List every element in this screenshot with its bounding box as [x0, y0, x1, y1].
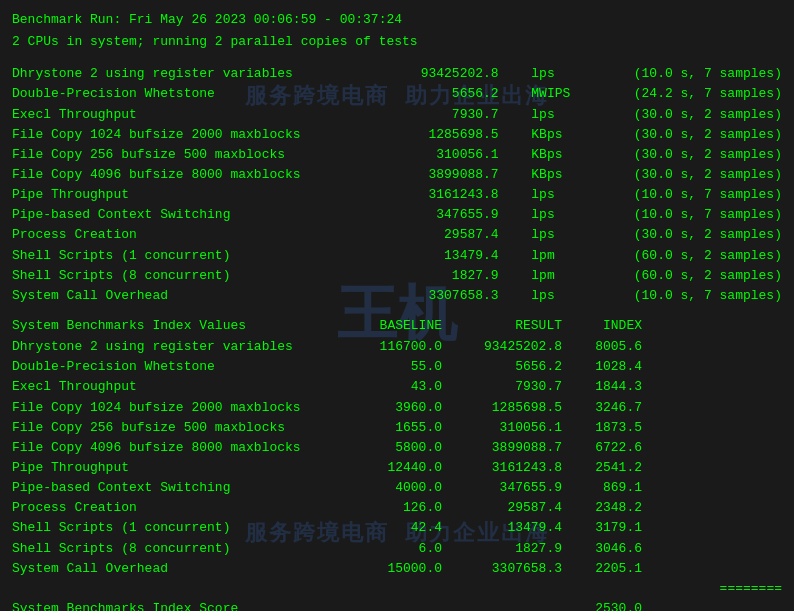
idx-row-name: Shell Scripts (1 concurrent) — [12, 518, 332, 538]
index-data-row: Pipe Throughput12440.03161243.82541.2 — [12, 458, 782, 478]
main-content: Benchmark Run: Fri May 26 2023 00:06:59 … — [12, 10, 782, 611]
idx-row-index: 3046.6 — [562, 539, 642, 559]
benchmark-row: Shell Scripts (1 concurrent)13479.4lpm(6… — [12, 246, 782, 266]
idx-row-name: Pipe-based Context Switching — [12, 478, 332, 498]
benchmark-row: System Call Overhead3307658.3lps(10.0 s,… — [12, 286, 782, 306]
benchmark-name: Shell Scripts (1 concurrent) — [12, 246, 332, 266]
idx-row-baseline: 42.4 — [332, 518, 442, 538]
benchmark-name: Double-Precision Whetstone — [12, 84, 332, 104]
index-section: System Benchmarks Index ValuesBASELINERE… — [12, 316, 782, 599]
index-header-title: System Benchmarks Index Values — [12, 316, 332, 336]
index-data-row: Dhrystone 2 using register variables1167… — [12, 337, 782, 357]
benchmark-row: Double-Precision Whetstone5656.2MWIPS(24… — [12, 84, 782, 104]
benchmark-unit: lps — [525, 185, 595, 205]
idx-row-index: 3246.7 — [562, 398, 642, 418]
benchmark-detail: (60.0 s, 2 samples) — [622, 246, 782, 266]
idx-row-result: 93425202.8 — [442, 337, 562, 357]
header-line-1: Benchmark Run: Fri May 26 2023 00:06:59 … — [12, 10, 782, 30]
benchmark-row: Dhrystone 2 using register variables9342… — [12, 64, 782, 84]
benchmarks-section: Dhrystone 2 using register variables9342… — [12, 64, 782, 306]
benchmark-value: 29587.4 — [359, 225, 499, 245]
benchmark-name: Pipe Throughput — [12, 185, 332, 205]
idx-row-name: Process Creation — [12, 498, 332, 518]
benchmark-name: Process Creation — [12, 225, 332, 245]
idx-row-name: File Copy 256 bufsize 500 maxblocks — [12, 418, 332, 438]
benchmark-unit: lps — [525, 205, 595, 225]
benchmark-row: File Copy 4096 bufsize 8000 maxblocks389… — [12, 165, 782, 185]
benchmark-unit: lpm — [525, 266, 595, 286]
idx-row-name: File Copy 1024 bufsize 2000 maxblocks — [12, 398, 332, 418]
benchmark-detail: (10.0 s, 7 samples) — [622, 286, 782, 306]
benchmark-detail: (30.0 s, 2 samples) — [622, 105, 782, 125]
benchmark-name: File Copy 1024 bufsize 2000 maxblocks — [12, 125, 332, 145]
idx-row-baseline: 1655.0 — [332, 418, 442, 438]
index-col-result: RESULT — [442, 316, 562, 336]
idx-row-name: Double-Precision Whetstone — [12, 357, 332, 377]
benchmark-value: 1827.9 — [359, 266, 499, 286]
benchmark-name: Pipe-based Context Switching — [12, 205, 332, 225]
benchmark-row: Pipe-based Context Switching347655.9lps(… — [12, 205, 782, 225]
header-line-2: 2 CPUs in system; running 2 parallel cop… — [12, 32, 782, 52]
idx-row-result: 310056.1 — [442, 418, 562, 438]
benchmark-detail: (60.0 s, 2 samples) — [622, 266, 782, 286]
benchmark-value: 1285698.5 — [359, 125, 499, 145]
benchmark-value: 310056.1 — [359, 145, 499, 165]
benchmark-detail: (30.0 s, 2 samples) — [622, 145, 782, 165]
benchmark-name: Shell Scripts (8 concurrent) — [12, 266, 332, 286]
benchmark-value: 7930.7 — [359, 105, 499, 125]
idx-row-baseline: 15000.0 — [332, 559, 442, 579]
score-row: System Benchmarks Index Score 2530.0 — [12, 599, 782, 611]
benchmark-value: 347655.9 — [359, 205, 499, 225]
benchmark-row: File Copy 256 bufsize 500 maxblocks31005… — [12, 145, 782, 165]
idx-row-baseline: 6.0 — [332, 539, 442, 559]
idx-row-result: 5656.2 — [442, 357, 562, 377]
idx-row-result: 1285698.5 — [442, 398, 562, 418]
idx-row-name: Pipe Throughput — [12, 458, 332, 478]
idx-row-index: 1028.4 — [562, 357, 642, 377]
idx-row-name: System Call Overhead — [12, 559, 332, 579]
benchmark-unit: lpm — [525, 246, 595, 266]
benchmark-detail: (30.0 s, 2 samples) — [622, 225, 782, 245]
idx-row-result: 1827.9 — [442, 539, 562, 559]
benchmark-unit: lps — [525, 225, 595, 245]
benchmark-unit: MWIPS — [525, 84, 595, 104]
benchmark-unit: lps — [525, 105, 595, 125]
benchmark-detail: (24.2 s, 7 samples) — [622, 84, 782, 104]
benchmark-detail: (30.0 s, 2 samples) — [622, 125, 782, 145]
idx-row-baseline: 126.0 — [332, 498, 442, 518]
benchmark-row: File Copy 1024 bufsize 2000 maxblocks128… — [12, 125, 782, 145]
index-data-row: File Copy 1024 bufsize 2000 maxblocks396… — [12, 398, 782, 418]
idx-row-result: 347655.9 — [442, 478, 562, 498]
benchmark-unit: KBps — [525, 145, 595, 165]
benchmark-value: 3161243.8 — [359, 185, 499, 205]
index-data-row: Execl Throughput43.07930.71844.3 — [12, 377, 782, 397]
benchmark-name: File Copy 4096 bufsize 8000 maxblocks — [12, 165, 332, 185]
benchmark-row: Pipe Throughput3161243.8lps(10.0 s, 7 sa… — [12, 185, 782, 205]
idx-row-index: 3179.1 — [562, 518, 642, 538]
idx-row-index: 2541.2 — [562, 458, 642, 478]
benchmark-value: 3899088.7 — [359, 165, 499, 185]
idx-row-index: 2348.2 — [562, 498, 642, 518]
benchmark-unit: KBps — [525, 165, 595, 185]
separator-line: ======== — [12, 579, 782, 599]
idx-row-result: 29587.4 — [442, 498, 562, 518]
benchmark-detail: (10.0 s, 7 samples) — [622, 205, 782, 225]
benchmark-value: 13479.4 — [359, 246, 499, 266]
benchmark-value: 5656.2 — [359, 84, 499, 104]
idx-row-result: 3307658.3 — [442, 559, 562, 579]
benchmark-row: Execl Throughput7930.7lps(30.0 s, 2 samp… — [12, 105, 782, 125]
benchmark-detail: (10.0 s, 7 samples) — [622, 185, 782, 205]
idx-row-name: Dhrystone 2 using register variables — [12, 337, 332, 357]
benchmark-detail: (30.0 s, 2 samples) — [622, 165, 782, 185]
benchmark-unit: lps — [525, 64, 595, 84]
benchmark-name: Execl Throughput — [12, 105, 332, 125]
index-col-baseline: BASELINE — [332, 316, 442, 336]
idx-row-name: Execl Throughput — [12, 377, 332, 397]
idx-row-index: 8005.6 — [562, 337, 642, 357]
idx-row-name: File Copy 4096 bufsize 8000 maxblocks — [12, 438, 332, 458]
benchmark-row: Process Creation29587.4lps(30.0 s, 2 sam… — [12, 225, 782, 245]
idx-row-index: 2205.1 — [562, 559, 642, 579]
idx-row-result: 7930.7 — [442, 377, 562, 397]
idx-row-result: 13479.4 — [442, 518, 562, 538]
idx-row-index: 1844.3 — [562, 377, 642, 397]
